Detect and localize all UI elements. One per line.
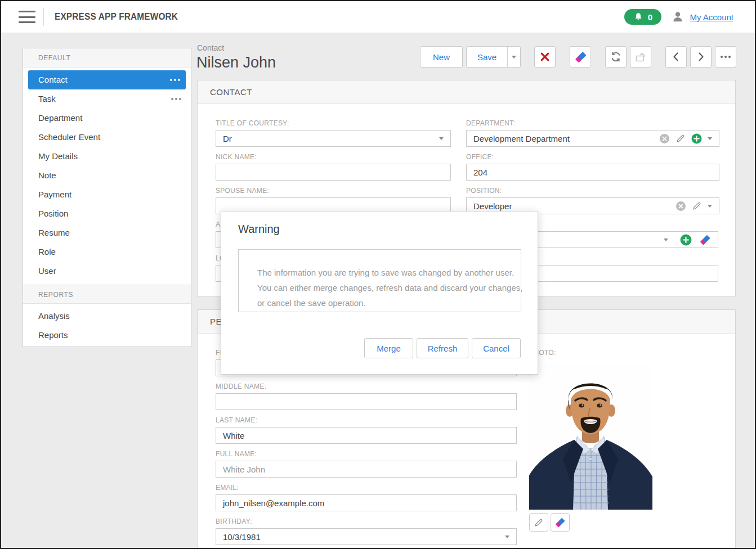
photo-edit-button[interactable]	[529, 513, 548, 532]
navigation-sidebar: DEFAULT Contact Task Department Schedule…	[23, 48, 191, 347]
sidebar-item-reports[interactable]: Reports	[23, 326, 191, 345]
clear-icon[interactable]	[659, 133, 670, 144]
save-split-button: Save	[466, 46, 521, 68]
ellipsis-icon	[721, 56, 731, 58]
sidebar-item-my-details[interactable]: My Details	[23, 147, 191, 166]
field-full-name: FULL NAME: White John	[216, 450, 517, 478]
email-input[interactable]: john_nilsen@example.com	[216, 494, 517, 511]
sidebar-item-analysis[interactable]: Analysis	[23, 307, 191, 326]
birthday-datepicker[interactable]: 10/3/1981	[216, 528, 517, 545]
dialog-title: Warning	[238, 223, 280, 236]
field-middle-name: MIDDLE NAME:	[216, 382, 517, 410]
sidebar-item-user[interactable]: User	[23, 262, 191, 281]
middle-name-input[interactable]	[216, 393, 517, 410]
message-line: You can either merge changes, refresh da…	[257, 280, 504, 295]
delete-x-icon	[539, 51, 551, 62]
save-button[interactable]: Save	[467, 47, 507, 67]
sidebar-item-scheduler-event[interactable]: Scheduler Event	[23, 128, 191, 147]
warning-dialog: Warning The information you are trying t…	[221, 211, 538, 375]
save-dropdown-button[interactable]	[507, 47, 520, 67]
eraser-icon	[554, 517, 566, 528]
refresh-button[interactable]	[605, 46, 627, 68]
field-last-name: LAST NAME: White	[216, 416, 517, 444]
item-options-icon[interactable]	[170, 70, 180, 89]
app-title: EXPRESS APP FRAMEWORK	[55, 12, 178, 22]
add-new-icon[interactable]	[680, 234, 692, 246]
field-email: EMAIL: john_nilsen@example.com	[216, 484, 517, 511]
new-button[interactable]: New	[420, 46, 463, 68]
chevron-down-icon[interactable]	[708, 205, 712, 208]
title-of-courtesy-combobox[interactable]: Dr	[216, 130, 451, 147]
message-line: or cancel the save operation.	[257, 295, 504, 310]
field-office: OFFICE: 204	[466, 153, 719, 181]
field-birthday: BIRTHDAY: 10/3/1981	[216, 518, 517, 545]
sidebar-item-position[interactable]: Position	[23, 204, 191, 223]
full-name-input[interactable]: White John	[216, 461, 517, 478]
more-actions-button[interactable]	[715, 46, 736, 68]
contact-section-title: CONTACT	[198, 80, 735, 104]
last-name-input[interactable]: White	[216, 427, 517, 444]
nav-group-reports: REPORTS	[23, 285, 191, 304]
discard-changes-button[interactable]	[570, 46, 591, 68]
chevron-down-icon[interactable]	[708, 137, 712, 140]
clear-icon[interactable]	[676, 201, 686, 212]
top-bar: EXPRESS APP FRAMEWORK 0 My Account	[1, 1, 755, 33]
top-bar-right: 0 My Account	[624, 9, 733, 25]
reset-view-settings-button[interactable]	[630, 46, 651, 68]
sidebar-item-note[interactable]: Note	[23, 166, 191, 185]
edit-pencil-icon[interactable]	[676, 133, 686, 143]
chevron-left-icon	[671, 51, 681, 62]
edit-pencil-icon[interactable]	[692, 201, 702, 211]
field-title-of-courtesy: TITLE OF COURTESY: Dr	[216, 119, 451, 147]
app-window: EXPRESS APP FRAMEWORK 0 My Account DEFAU…	[0, 0, 756, 549]
nav-group-default: DEFAULT	[23, 48, 191, 68]
previous-record-button[interactable]	[665, 46, 687, 68]
user-icon	[672, 11, 684, 23]
department-lookup[interactable]: Development Department	[466, 130, 719, 147]
merge-button[interactable]: Merge	[364, 338, 413, 358]
field-position: POSITION: Developer	[466, 187, 719, 214]
dialog-message: The information you are trying to save w…	[238, 249, 521, 312]
nick-name-input[interactable]	[216, 164, 451, 181]
sidebar-item-contact[interactable]: Contact	[28, 70, 186, 89]
nav-items-default: Contact Task Department Scheduler Event …	[23, 68, 191, 281]
menu-icon[interactable]	[19, 11, 35, 23]
add-new-icon[interactable]	[691, 133, 702, 144]
chevron-down-icon[interactable]	[505, 536, 509, 538]
dialog-buttons: Merge Refresh Cancel	[364, 338, 521, 358]
eraser-icon	[574, 51, 587, 64]
field-department: DEPARTMENT: Development Department	[466, 119, 719, 147]
field-spouse-name: SPOUSE NAME:	[216, 187, 451, 214]
item-options-icon[interactable]	[171, 89, 181, 109]
delete-button[interactable]	[534, 46, 556, 68]
nav-items-reports: Analysis Reports	[23, 304, 191, 345]
cancel-button[interactable]: Cancel	[472, 338, 521, 358]
photo-toolbar	[529, 513, 570, 532]
reset-layout-icon	[634, 51, 647, 63]
breadcrumb: Contact	[197, 43, 224, 52]
divider	[43, 8, 44, 26]
sidebar-item-task[interactable]: Task	[23, 89, 191, 109]
refresh-icon	[610, 51, 622, 63]
notification-count: 0	[648, 12, 652, 22]
office-input[interactable]: 204	[466, 164, 719, 181]
notifications-button[interactable]: 0	[624, 9, 661, 25]
photo-clear-button[interactable]	[551, 513, 570, 532]
refresh-data-button[interactable]: Refresh	[417, 338, 468, 358]
sidebar-item-payment[interactable]: Payment	[23, 185, 191, 204]
record-toolbar: New Save	[420, 46, 736, 68]
bell-icon	[634, 12, 643, 21]
eraser-icon[interactable]	[699, 234, 711, 246]
my-account-link[interactable]: My Account	[690, 12, 733, 22]
message-line: The information you are trying to save w…	[257, 265, 504, 280]
contact-photo	[529, 364, 652, 510]
page-title: Nilsen John	[196, 54, 276, 71]
sidebar-item-role[interactable]: Role	[23, 242, 191, 262]
next-record-button[interactable]	[690, 46, 712, 68]
sidebar-item-resume[interactable]: Resume	[23, 223, 191, 242]
chevron-right-icon	[696, 51, 706, 62]
chevron-down-icon[interactable]	[439, 137, 444, 140]
chevron-down-icon[interactable]	[664, 238, 668, 241]
sidebar-item-department[interactable]: Department	[23, 109, 191, 128]
field-nick-name: NICK NAME:	[216, 153, 451, 181]
